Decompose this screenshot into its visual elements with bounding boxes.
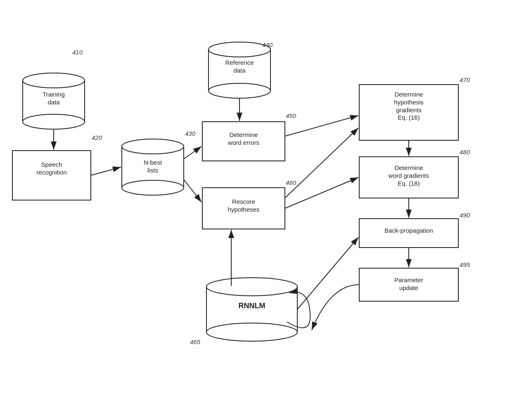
svg-point-2	[23, 73, 85, 88]
svg-rect-15	[202, 188, 285, 229]
svg-line-21	[91, 167, 121, 175]
parameter-update-node	[359, 268, 458, 301]
svg-point-6	[122, 180, 184, 195]
svg-point-3	[23, 114, 85, 129]
svg-point-12	[206, 323, 297, 341]
main-svg	[0, 0, 512, 420]
svg-point-11	[206, 278, 297, 296]
training-data-node	[23, 73, 85, 129]
svg-line-23	[184, 179, 201, 202]
svg-rect-19	[359, 268, 458, 301]
determine-word-errors-node	[202, 122, 285, 161]
reference-data-node	[209, 42, 270, 98]
svg-line-25	[285, 116, 358, 136]
svg-line-22	[184, 146, 201, 159]
n-best-lists-node	[122, 139, 184, 195]
back-propagation-node	[359, 219, 458, 248]
svg-rect-18	[359, 219, 458, 248]
svg-line-27	[285, 177, 358, 208]
svg-point-5	[122, 139, 184, 154]
speech-recognition-node	[12, 151, 91, 200]
svg-point-9	[209, 83, 270, 98]
determine-word-gradients-node	[359, 157, 458, 198]
diagram: 410 Trainingdata 420 Speechrecognition 4…	[0, 0, 512, 420]
svg-rect-17	[359, 157, 458, 198]
svg-rect-13	[12, 151, 91, 200]
svg-line-32	[297, 237, 358, 309]
rnnlm-node	[206, 278, 310, 341]
determine-hyp-gradients-node	[359, 85, 458, 140]
svg-rect-16	[359, 85, 458, 140]
svg-rect-14	[202, 122, 285, 161]
rescore-hypotheses-node	[202, 188, 285, 229]
svg-line-26	[285, 128, 358, 198]
svg-point-8	[209, 42, 270, 57]
